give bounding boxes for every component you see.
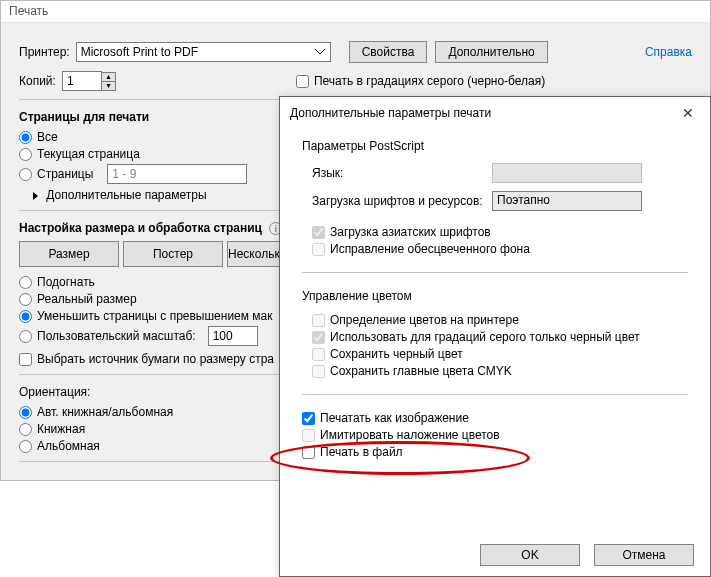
properties-button[interactable]: Свойства [349, 41, 428, 63]
print-image-label: Печатать как изображение [320, 411, 469, 425]
poster-button[interactable]: Постер [123, 241, 223, 267]
ps-fontload-row: Загрузка шрифтов и ресурсов: Поэтапно [312, 191, 688, 211]
print-image-row: Печатать как изображение [302, 411, 688, 425]
to-file-label: Печать в файл [320, 445, 403, 459]
window-title: Печать [1, 1, 710, 23]
copies-label: Копий: [19, 74, 56, 88]
actual-radio[interactable] [19, 293, 32, 306]
ok-button[interactable]: OK [480, 544, 580, 566]
overprint-checkbox [302, 429, 315, 442]
cmyk-row: Сохранить главные цвета CMYK [312, 364, 688, 378]
help-link[interactable]: Справка [645, 45, 692, 59]
pages-current-label: Текущая страница [37, 147, 140, 161]
pages-range-input[interactable] [107, 164, 247, 184]
cmyk-label: Сохранить главные цвета CMYK [330, 364, 512, 378]
printer-select[interactable]: Microsoft Print to PDF [76, 42, 331, 62]
pages-range-label: Страницы [37, 167, 93, 181]
multi-button[interactable]: Несколько [227, 241, 287, 267]
bg-label: Исправление обесцвеченного фона [330, 242, 530, 256]
printer-label: Принтер: [19, 45, 70, 59]
custom-label: Пользовательский масштаб: [37, 329, 196, 343]
black-row: Использовать для градаций серого только … [312, 330, 688, 344]
orient-portrait-radio[interactable] [19, 423, 32, 436]
pages-more-label: Дополнительные параметры [46, 188, 206, 202]
ps-lang-row: Язык: [312, 163, 688, 183]
dlg-title-text: Дополнительные параметры печати [290, 106, 491, 120]
asian-checkbox [312, 226, 325, 239]
orient-auto-label: Авт. книжная/альбомная [37, 405, 173, 419]
divider [302, 272, 688, 273]
pages-all-label: Все [37, 130, 58, 144]
size-button[interactable]: Размер [19, 241, 119, 267]
copies-row: Копий: ▲ ▼ Печать в градациях серого (че… [19, 71, 692, 91]
to-file-checkbox[interactable] [302, 446, 315, 459]
color-title: Управление цветом [302, 289, 688, 303]
preserve-k-row: Сохранить черный цвет [312, 347, 688, 361]
orient-landscape-label: Альбомная [37, 439, 100, 453]
orient-landscape-radio[interactable] [19, 440, 32, 453]
copies-spinner[interactable]: ▲ ▼ [101, 72, 116, 91]
paper-source-checkbox[interactable] [19, 353, 32, 366]
ps-lang-label: Язык: [312, 166, 492, 180]
detect-row: Определение цветов на принтере [312, 313, 688, 327]
cancel-button[interactable]: Отмена [594, 544, 694, 566]
custom-scale-input[interactable] [208, 326, 258, 346]
close-icon[interactable]: ✕ [676, 105, 700, 121]
overprint-label: Имитировать наложение цветов [320, 428, 500, 442]
bg-row: Исправление обесцвеченного фона [312, 242, 688, 256]
custom-radio[interactable] [19, 330, 32, 343]
orient-auto-radio[interactable] [19, 406, 32, 419]
pages-all-radio[interactable] [19, 131, 32, 144]
ps-title: Параметры PostScript [302, 139, 688, 153]
printer-row: Принтер: Microsoft Print to PDF Свойства… [19, 41, 692, 63]
ps-fontload-value: Поэтапно [497, 193, 550, 207]
preserve-k-label: Сохранить черный цвет [330, 347, 463, 361]
overprint-row: Имитировать наложение цветов [302, 428, 688, 442]
preserve-k-checkbox [312, 348, 325, 361]
shrink-radio[interactable] [19, 310, 32, 323]
cmyk-checkbox [312, 365, 325, 378]
grayscale-row: Печать в градациях серого (черно-белая) [296, 74, 545, 88]
asian-row: Загрузка азиатских шрифтов [312, 225, 688, 239]
asian-label: Загрузка азиатских шрифтов [330, 225, 491, 239]
ps-fontload-select: Поэтапно [492, 191, 642, 211]
black-label: Использовать для градаций серого только … [330, 330, 640, 344]
spinner-down-icon[interactable]: ▼ [101, 81, 116, 91]
ps-fontload-label: Загрузка шрифтов и ресурсов: [312, 194, 492, 208]
size-title-text: Настройка размера и обработка страниц [19, 221, 262, 235]
detect-label: Определение цветов на принтере [330, 313, 519, 327]
grayscale-checkbox[interactable] [296, 75, 309, 88]
dlg-body: Параметры PostScript Язык: Загрузка шриф… [280, 129, 710, 472]
pages-current-radio[interactable] [19, 148, 32, 161]
fit-label: Подогнать [37, 275, 95, 289]
black-checkbox [312, 331, 325, 344]
orient-portrait-label: Книжная [37, 422, 85, 436]
advanced-button[interactable]: Дополнительно [435, 41, 547, 63]
copies-input[interactable] [62, 71, 102, 91]
dlg-titlebar: Дополнительные параметры печати ✕ [280, 97, 710, 129]
paper-source-label: Выбрать источник бумаги по размеру стра [37, 352, 274, 366]
dlg-footer: OK Отмена [480, 544, 694, 566]
detect-checkbox [312, 314, 325, 327]
shrink-label: Уменьшить страницы с превышением мак [37, 309, 273, 323]
to-file-row: Печать в файл [302, 445, 688, 459]
advanced-print-dialog: Дополнительные параметры печати ✕ Параме… [279, 96, 711, 577]
fit-radio[interactable] [19, 276, 32, 289]
print-image-checkbox[interactable] [302, 412, 315, 425]
ps-lang-select [492, 163, 642, 183]
actual-label: Реальный размер [37, 292, 137, 306]
pages-range-radio[interactable] [19, 168, 32, 181]
grayscale-label: Печать в градациях серого (черно-белая) [314, 74, 545, 88]
expand-icon [33, 192, 38, 200]
bg-checkbox [312, 243, 325, 256]
divider [302, 394, 688, 395]
